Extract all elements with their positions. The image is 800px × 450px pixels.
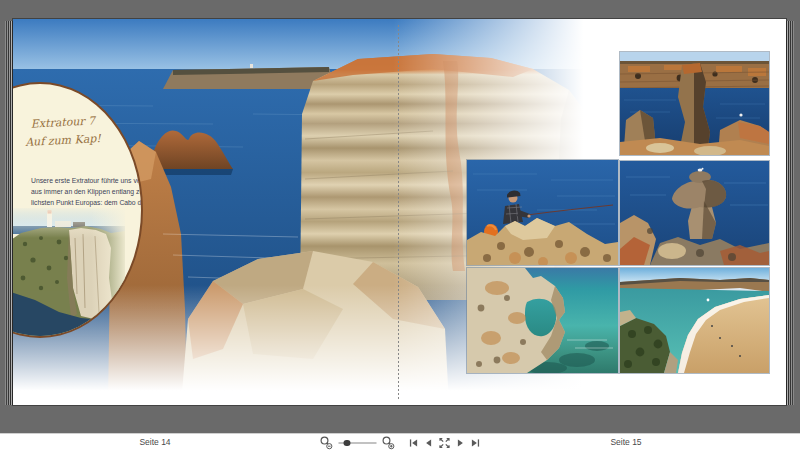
last-page-button[interactable] bbox=[471, 438, 481, 448]
photo-beach-cove[interactable] bbox=[620, 268, 769, 373]
zoom-slider[interactable] bbox=[339, 436, 377, 449]
photobook-spread: Extratour 7 Auf zum Kap! Unsere erste Ex… bbox=[13, 19, 786, 405]
oval-body-line: Unsere erste Extratour führte uns von Sa… bbox=[31, 176, 143, 187]
zoom-navigation-toolbar bbox=[320, 434, 481, 450]
page-fold-line bbox=[398, 25, 399, 399]
photo-rock-stack-seagull[interactable] bbox=[620, 161, 769, 265]
page-stack-edge-right bbox=[786, 21, 795, 405]
zoom-in-button[interactable] bbox=[382, 436, 396, 450]
oval-body-text[interactable]: Unsere erste Extratour führte uns von Sa… bbox=[31, 176, 143, 209]
photo-rock-pillar[interactable] bbox=[620, 52, 769, 155]
zoom-out-button[interactable] bbox=[320, 436, 334, 450]
photo-fisherman[interactable] bbox=[467, 160, 618, 265]
previous-page-button[interactable] bbox=[424, 438, 434, 448]
fit-view-button[interactable] bbox=[439, 437, 451, 449]
oval-body-line: aus immer an den Klippen entlang zum süd… bbox=[31, 187, 143, 198]
oval-body-line: lichsten Punkt Europas: dem Cabo de Saõ … bbox=[31, 198, 143, 209]
left-page-label: Seite 14 bbox=[110, 437, 200, 447]
photo-rock-arch[interactable] bbox=[467, 268, 618, 373]
page-stack-edge-left bbox=[4, 21, 13, 405]
zoom-slider-handle[interactable] bbox=[344, 440, 351, 447]
right-page-label: Seite 15 bbox=[581, 437, 671, 447]
editor-workspace: Extratour 7 Auf zum Kap! Unsere erste Ex… bbox=[0, 0, 800, 433]
first-page-button[interactable] bbox=[409, 438, 419, 448]
status-bar: Seite 14 Seite 15 bbox=[0, 433, 800, 450]
oval-title-line2[interactable]: Auf zum Kap! bbox=[13, 131, 129, 151]
next-page-button[interactable] bbox=[456, 438, 466, 448]
